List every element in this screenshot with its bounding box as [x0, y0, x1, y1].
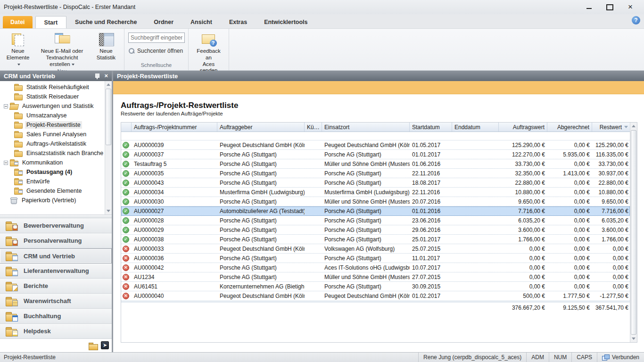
table-row[interactable]: ✓AU0000027Automobilzulieferer AG (Testst…	[121, 206, 630, 216]
tab-entwicklertools[interactable]: Entwicklertools	[256, 16, 316, 28]
cell	[132, 302, 217, 313]
group-label-schnellsuche: Schnellsuche	[124, 62, 188, 70]
nav-bewerberverwaltung[interactable]: Bewerberverwaltung	[0, 218, 112, 233]
close-button[interactable]: ×	[626, 3, 635, 11]
scroll-up-icon[interactable]	[107, 83, 110, 86]
cell: 22.880,00 €	[592, 178, 630, 187]
sidebar-item-kommunikation[interactable]: Kommunikation	[0, 158, 105, 167]
table-row[interactable]: ✕AU61451Konzernunternehmen AG (Bietighe……	[121, 282, 630, 291]
table-row[interactable]: ✕AU1234Porsche AG (Stuttgart)Müller und …	[121, 272, 630, 282]
neue-button[interactable]: NeueElemente	[3, 31, 33, 68]
sidebar-item-statistik-reisedauer[interactable]: Statistik Reisedauer	[0, 92, 105, 101]
status-cell: ✕	[121, 244, 132, 253]
cell: 122.270,00 €	[499, 150, 547, 159]
tree-scroll-thumb[interactable]	[106, 89, 111, 145]
nav-helpdesk[interactable]: Helpdesk	[0, 324, 112, 339]
nav-warenwirtschaft[interactable]: Warenwirtschaft	[0, 294, 112, 309]
table-row[interactable]: ✓AU0000038Porsche AG (Stuttgart)Porsche …	[121, 235, 630, 244]
cell: 0,00 €	[547, 206, 592, 215]
table-row[interactable]: ✓AU0000043Porsche AG (Stuttgart)Porsche …	[121, 178, 630, 188]
table-scroll-up-icon[interactable]	[632, 125, 636, 127]
cell	[452, 302, 499, 313]
pin-icon[interactable]	[94, 73, 99, 79]
sidebar-item-auswertungen-und-statistik[interactable]: Auswertungen und Statistik	[0, 101, 105, 111]
nav-personalverwaltung[interactable]: Personalverwaltung	[0, 233, 112, 248]
green-check-icon: ✓	[123, 170, 129, 177]
table-scroll-thumb[interactable]	[631, 130, 636, 335]
sidebar-splitter[interactable]	[0, 215, 112, 218]
main-panel-title: Projekt-Restwertliste	[117, 73, 178, 80]
table-row[interactable]: ✓AU0000030Porsche AG (Stuttgart)Müller u…	[121, 197, 630, 206]
tab-suche-und-recherche[interactable]: Suche und Recherche	[66, 16, 145, 28]
close-panel-icon[interactable]: ×	[104, 73, 108, 79]
suchcenter-button[interactable]: Suchcenter öffnen	[128, 48, 185, 54]
tab-ordner[interactable]: Ordner	[145, 16, 182, 28]
tab-datei[interactable]: Datei	[3, 16, 33, 28]
table-row[interactable]: ✓Testauftrag 5Porsche AG (Stuttgart)Müll…	[121, 159, 630, 169]
maximize-button[interactable]	[605, 3, 614, 11]
help-icon[interactable]: ?	[632, 16, 640, 25]
table-row[interactable]: ✓AU0000035Porsche AG (Stuttgart)Porsche …	[121, 169, 630, 178]
scroll-down-icon[interactable]	[107, 210, 110, 212]
folder-view-icon[interactable]	[89, 343, 98, 349]
column-header-restwert[interactable]: Restwert	[592, 123, 630, 132]
nav-buchhaltung[interactable]: Buchhaltung	[0, 309, 112, 324]
table-row[interactable]: ✓AU0000037Porsche AG (Stuttgart)Porsche …	[121, 150, 630, 159]
table-row[interactable]: ✓AU0000028Porsche AG (Stuttgart)Porsche …	[121, 216, 630, 225]
red-x-icon: ✕	[123, 255, 129, 262]
table-row[interactable]: ✓AU0000034Musterfirma GmbH (Ludwigsburg)…	[121, 188, 630, 197]
table-row[interactable]: ✓AU0000029Porsche AG (Stuttgart)Porsche …	[121, 225, 630, 235]
nav-lieferantenverwaltung[interactable]: Lieferantenverwaltung	[0, 263, 112, 279]
column-header-kü-[interactable]: Kü…	[305, 123, 322, 132]
neue-button[interactable]: NeueStatistik	[91, 31, 121, 62]
table-row[interactable]: ✕AU0000040Peugeot Deutschland GmbH (Köln…	[121, 291, 630, 301]
cell: Testauftrag 5	[132, 159, 217, 168]
sidebar-item-postausgang-4-[interactable]: Postausgang (4)	[0, 167, 105, 177]
feedback-button[interactable]: Feedback anAces senden	[191, 31, 226, 75]
column-header-auftrags-projektnummer[interactable]: Auftrags-/Projektnummer	[132, 123, 217, 132]
title-bar: Projekt-Restwertliste - DispoCalc - Erst…	[0, 0, 644, 14]
search-input[interactable]	[128, 33, 185, 43]
collapse-icon[interactable]	[4, 161, 8, 165]
table-row[interactable]: ✕AU0000042Porsche AG (Stuttgart)Aces IT-…	[121, 263, 630, 272]
sidebar-item-umsatzanalyse[interactable]: Umsatzanalyse	[0, 111, 105, 120]
minimize-button[interactable]	[585, 3, 593, 11]
tree-item-label: Auftrags-Artikelstatistik	[25, 140, 88, 148]
sidebar-item-entwürfe[interactable]: Entwürfe	[0, 177, 105, 186]
cell: 9.650,00 €	[592, 197, 630, 206]
tab-ansicht[interactable]: Ansicht	[182, 16, 221, 28]
configure-buttons-icon[interactable]: ➤	[101, 341, 109, 349]
table-row[interactable]: ✕AU0000033Peugeot Deutschland GmbH (Köln…	[121, 244, 630, 254]
cell: AU0000028	[132, 216, 217, 225]
cell: 01.01.2017	[410, 150, 452, 159]
table-scroll-down-icon[interactable]	[632, 337, 636, 340]
column-header-einsatzort[interactable]: Einsatzort	[322, 123, 410, 132]
column-header-auftraggeber[interactable]: Auftraggeber	[217, 123, 305, 132]
column-header-enddatum[interactable]: Enddatum	[452, 123, 499, 132]
table-row[interactable]: ✕AU0000036Porsche AG (Stuttgart)Porsche …	[121, 254, 630, 263]
tree-scrollbar[interactable]	[105, 81, 112, 214]
column-header-startdatum[interactable]: Startdatum	[410, 123, 452, 132]
collapse-icon[interactable]	[4, 104, 8, 108]
column-header-status[interactable]	[121, 123, 132, 132]
column-header-abgerechnet[interactable]: Abgerechnet	[547, 123, 592, 132]
sidebar-item-auftrags-artikelstatistik[interactable]: Auftrags-Artikelstatistik	[0, 139, 105, 148]
cell	[452, 150, 499, 159]
tab-extras[interactable]: Extras	[221, 16, 256, 28]
sidebar-item-projekt-restwertliste[interactable]: Projekt-Restwertliste	[0, 120, 105, 130]
neue-e-mail-oder-button[interactable]: Neue E-Mail oderTextnachricht erstellen	[35, 31, 89, 68]
nav-berichte[interactable]: Berichte	[0, 279, 112, 294]
sidebar-item-papierkorb-vertrieb-[interactable]: Papierkorb (Vertrieb)	[0, 196, 105, 205]
sidebar-item-sales-funnel-analysen[interactable]: Sales Funnel Analysen	[0, 130, 105, 139]
column-header-auftragswert[interactable]: Auftragswert	[499, 123, 547, 132]
table-row[interactable]: ✓AU0000039Peugeot Deutschland GmbH (Köln…	[121, 140, 630, 150]
sidebar-item-gesendete-elemente[interactable]: Gesendete Elemente	[0, 186, 105, 196]
tab-start[interactable]: Start	[35, 16, 66, 28]
total-cell: 9.125,50 €	[547, 302, 592, 313]
nav-crm-und-vertrieb[interactable]: CRM und Vertrieb	[0, 248, 112, 263]
cell: Porsche AG (Stuttgart)	[217, 225, 305, 234]
sidebar-item-einsatzstatistik-nach-branche[interactable]: Einsatzstatistik nach Branche	[0, 148, 105, 158]
table-scrollbar[interactable]	[630, 123, 637, 342]
sidebar-item-statistik-reisehäufigkeit[interactable]: Statistik Reisehäufigkeit	[0, 82, 105, 92]
cell	[305, 282, 322, 291]
